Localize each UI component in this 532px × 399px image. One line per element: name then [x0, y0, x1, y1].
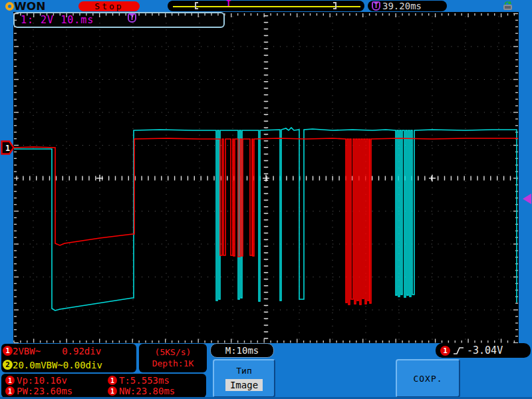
type-softkey-button[interactable]: Тип Image — [213, 359, 275, 398]
svg-text:1: 1 — [5, 144, 10, 153]
window-end-marker — [333, 2, 336, 9]
measurement-vp: 1 Vp:10.16v — [1, 375, 104, 386]
measurement-nw: 1 NW:23.80ms — [104, 386, 175, 396]
save-softkey-button[interactable]: СОХР. — [396, 359, 460, 398]
ch2-badge: 2 — [3, 360, 13, 370]
memory-line — [173, 6, 360, 7]
trigger-source-badge: 1 — [440, 346, 450, 356]
logo-o-ring-icon — [5, 2, 14, 11]
type-label: Тип — [236, 366, 251, 376]
waveform-plot — [13, 12, 519, 343]
ch2-settings-row: 2 20.0mVBW~0.00div — [1, 358, 136, 372]
window-start-marker — [195, 2, 198, 9]
rising-edge-icon — [453, 346, 464, 355]
memory-position-bar: T — [168, 1, 364, 11]
oscilloscope-display: 1: 2V 10.ms T — [13, 12, 519, 343]
channel-settings-readout: 1 2VBW~ 0.92div 2 20.0mVBW~0.00div — [1, 344, 136, 372]
trigger-level-readout: 1 -3.04V — [436, 343, 531, 358]
ch1-badge: 1 — [3, 346, 13, 356]
logo-text: WON — [14, 1, 45, 11]
trigger-time-readout: T 39.20ms — [368, 1, 447, 11]
trigger-shield-icon: T — [372, 1, 380, 11]
measurement-row: 1 PW:23.60ms 1 NW:23.80ms — [1, 386, 206, 396]
measurement-pw: 1 PW:23.60ms — [1, 386, 104, 396]
timebase-readout: M:10ms — [210, 343, 274, 358]
trigger-level-arrow-icon — [523, 194, 531, 204]
measurement-period: 1 T:5.553ms — [104, 375, 170, 386]
trigger-shield-icon: T — [128, 13, 136, 23]
memory-trigger-marker: T — [226, 0, 231, 7]
sample-rate: (5KS/s) — [155, 347, 192, 358]
measurements-panel: 1 Vp:10.16v 1 T:5.553ms 1 PW:23.60ms 1 N… — [1, 374, 206, 398]
memory-depth: Depth:1K — [152, 358, 194, 369]
type-selected-value[interactable]: Image — [225, 379, 263, 391]
owon-logo: WON — [5, 0, 45, 12]
acquisition-status-badge: Stop — [78, 1, 140, 11]
measurement-row: 1 Vp:10.16v 1 T:5.553ms — [1, 375, 206, 386]
ch1-settings-row: 1 2VBW~ 0.92div — [1, 344, 136, 358]
sample-rate-readout: (5KS/s) Depth:1K — [139, 344, 207, 372]
top-status-bar: WON Stop T T 39.20ms — [0, 0, 532, 12]
ch1-ground-marker: 1 — [1, 140, 15, 158]
